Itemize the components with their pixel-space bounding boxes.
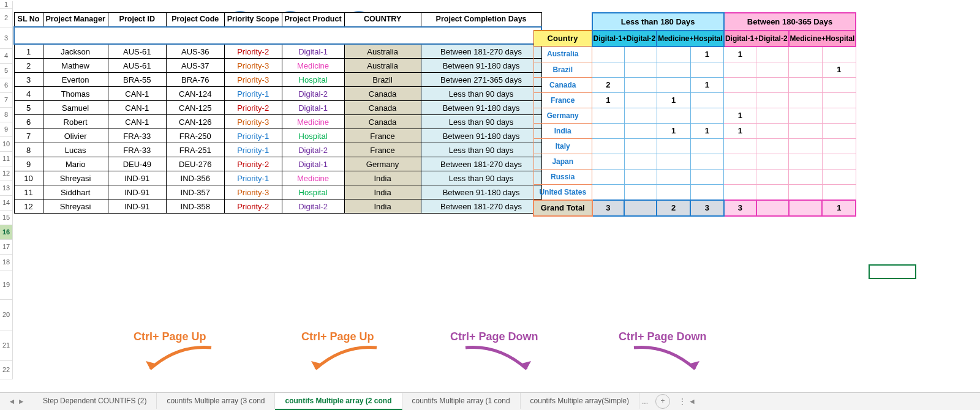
row-header[interactable]: 7 [0, 93, 13, 108]
data-table: SL No Project Manager Project ID Project… [13, 12, 542, 214]
table-row[interactable]: 1JacksonAUS-61AUS-36Priority-2Digital-1A… [14, 44, 541, 59]
summary-table: Less than 180 Days Between 180-365 Days … [533, 12, 856, 217]
row-header[interactable]: 8 [0, 108, 13, 122]
sheet-tab[interactable]: countifs Multiple array (3 cond [157, 393, 275, 409]
row-header[interactable]: 3 [0, 28, 13, 49]
col-pc[interactable]: Project Code [166, 13, 224, 28]
summary-row[interactable]: Australia11 [533, 47, 856, 62]
row-header[interactable]: 2 [0, 9, 13, 28]
col-pid[interactable]: Project ID [108, 13, 166, 28]
sheet-tabs: ◄ ► Step Dependent COUNTIFS (2)countifs … [0, 392, 980, 410]
active-cell[interactable] [869, 264, 916, 279]
tabs-more[interactable]: ... [639, 397, 650, 406]
row-header[interactable]: 16 [0, 225, 13, 240]
summary-row[interactable]: Japan [533, 154, 856, 169]
row-header[interactable]: 20 [0, 300, 13, 330]
row-header[interactable]: 5 [0, 64, 13, 78]
col-ps[interactable]: Priority Scope [224, 13, 282, 28]
col-pm[interactable]: Project Manager [43, 13, 108, 28]
curve-arrow-right-icon [625, 341, 717, 378]
table-row[interactable]: 6RobertCAN-1CAN-126Priority-3MedicineCan… [14, 115, 541, 129]
row-header[interactable]: 17 [0, 240, 13, 255]
table-row[interactable]: 2MathewAUS-61AUS-37Priority-3MedicineAus… [14, 59, 541, 73]
col-ct[interactable]: COUNTRY [344, 13, 421, 28]
summary-row[interactable]: Italy [533, 138, 856, 154]
row-header[interactable]: 12 [0, 166, 13, 181]
summary-row[interactable]: Russia [533, 169, 856, 184]
table-row[interactable]: 8LucasFRA-33FRA-251Priority-1Digital-2Fr… [14, 143, 541, 157]
row-header[interactable]: 9 [0, 122, 13, 137]
col-days[interactable]: Project Completion Days [421, 13, 541, 28]
table-row[interactable]: 7OlivierFRA-33FRA-250Priority-1HospitalF… [14, 129, 541, 143]
row-header[interactable]: 14 [0, 196, 13, 211]
table-row[interactable]: 5SamuelCAN-1CAN-125Priority-2Digital-1Ca… [14, 101, 541, 115]
row-header[interactable]: 19 [0, 270, 13, 300]
col-pp[interactable]: Project Product [282, 13, 344, 28]
tab-nav[interactable]: ◄ ► [0, 397, 33, 406]
table-row[interactable]: 9MarioDEU-49DEU-276Priority-2Digital-1Ge… [14, 157, 541, 171]
row-header[interactable]: 11 [0, 152, 13, 166]
tab-scroll[interactable]: ⋮◄ [679, 397, 696, 406]
sheet-tab[interactable]: countifs Multiple array (1 cond [402, 393, 521, 409]
sub-digital-1[interactable]: Digital-1+Digital-2 [592, 31, 657, 47]
add-sheet-button[interactable]: + [655, 394, 670, 409]
summary-row[interactable]: Canada21 [533, 77, 856, 92]
svg-marker-0 [146, 361, 157, 369]
sheet-tab[interactable]: countifs Multiple array(Simple) [521, 393, 639, 409]
table-row[interactable]: 11SiddhartIND-91IND-357Priority-3Hospita… [14, 185, 541, 199]
row-header[interactable]: 13 [0, 181, 13, 196]
curve-arrow-left-icon [129, 341, 221, 378]
table-row[interactable]: 4ThomasCAN-1CAN-124Priority-1Digital-2Ca… [14, 87, 541, 101]
curve-arrow-left-icon [294, 341, 386, 378]
row-header[interactable]: 10 [0, 137, 13, 152]
summary-row[interactable]: Germany1 [533, 108, 856, 123]
svg-marker-2 [519, 361, 531, 369]
band-180-365[interactable]: Between 180-365 Days [724, 13, 856, 31]
sub-med-2[interactable]: Medicine+Hospital [789, 31, 856, 47]
summary-row[interactable]: United States [533, 184, 856, 200]
svg-marker-3 [688, 361, 699, 369]
svg-marker-1 [311, 361, 323, 369]
sub-med-1[interactable]: Medicine+Hospital [657, 31, 724, 47]
sheet-tab[interactable]: countifs Multiple array (2 cond [275, 393, 402, 410]
row-header[interactable]: 6 [0, 78, 13, 93]
row-header[interactable]: 15 [0, 211, 13, 225]
summary-row[interactable]: France11 [533, 92, 856, 108]
col-sl[interactable]: SL No [14, 13, 43, 28]
row-header[interactable]: 4 [0, 49, 13, 64]
table-row[interactable]: 10ShreyasiIND-91IND-356Priority-1Medicin… [14, 171, 541, 185]
col-country[interactable]: Country [533, 31, 592, 47]
summary-row[interactable]: Brazil1 [533, 62, 856, 77]
sub-digital-2[interactable]: Digital-1+Digital-2 [724, 31, 789, 47]
row-header[interactable]: 21 [0, 330, 13, 361]
row-header[interactable]: 22 [0, 361, 13, 379]
sheet-tab[interactable]: Step Dependent COUNTIFS (2) [33, 393, 157, 409]
summary-row[interactable]: India111 [533, 123, 856, 138]
table-row[interactable]: 12ShreyasiIND-91IND-358Priority-2Digital… [14, 199, 541, 214]
curve-arrow-right-icon [456, 341, 548, 378]
table-row[interactable]: 3EvertonBRA-55BRA-76Priority-3HospitalBr… [14, 73, 541, 87]
row-header[interactable]: 1 [0, 1, 13, 9]
summary-total-row[interactable]: Grand Total32331 [533, 200, 856, 216]
band-less-180[interactable]: Less than 180 Days [592, 13, 724, 31]
row-header[interactable]: 18 [0, 255, 13, 270]
